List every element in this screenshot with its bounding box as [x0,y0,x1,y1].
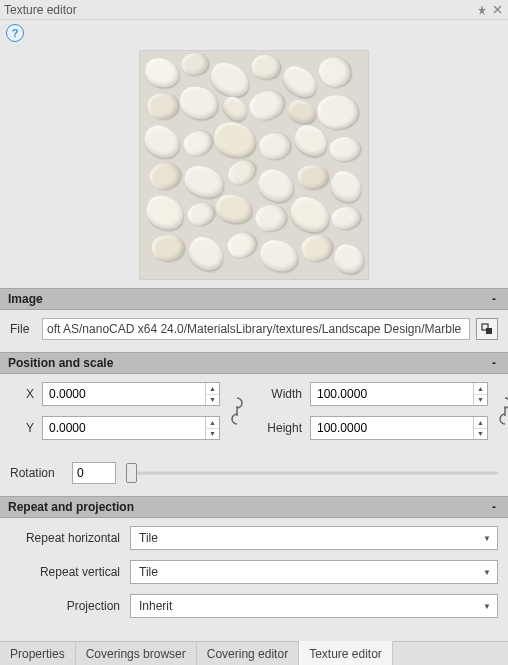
width-input[interactable]: ▲▼ [310,382,488,406]
section-header-repeat[interactable]: Repeat and projection - [0,496,508,518]
select-value: Tile [139,531,158,545]
section-title: Image [8,292,43,306]
slider-track [126,472,498,475]
help-row: ? [0,20,508,46]
file-path-input[interactable] [42,318,470,340]
chevron-down-icon: ▼ [483,568,491,577]
slider-thumb[interactable] [126,463,137,483]
x-label: X [10,387,34,401]
section-title: Position and scale [8,356,113,370]
spin-down-icon[interactable]: ▼ [474,395,487,406]
height-field[interactable] [311,417,473,439]
repeat-v-select[interactable]: Tile ▼ [130,560,498,584]
y-field[interactable] [43,417,205,439]
spin-up-icon[interactable]: ▲ [206,417,219,429]
texture-preview-container [0,46,508,288]
spin-up-icon[interactable]: ▲ [474,417,487,429]
spin-up-icon[interactable]: ▲ [206,383,219,395]
chevron-down-icon: ▼ [483,534,491,543]
projection-select[interactable]: Inherit ▼ [130,594,498,618]
link-wh-icon[interactable] [496,396,508,426]
titlebar: Texture editor [0,0,508,20]
tabbar: Properties Coverings browser Covering ed… [0,641,508,665]
width-field[interactable] [311,383,473,405]
link-xy-icon[interactable] [228,396,246,426]
select-value: Inherit [139,599,172,613]
svg-rect-1 [486,328,492,334]
collapse-icon[interactable]: - [488,356,500,370]
tab-texture-editor[interactable]: Texture editor [299,641,393,665]
x-field[interactable] [43,383,205,405]
rotation-input[interactable] [72,462,116,484]
section-body-position: X ▲▼ Width ▲▼ Y ▲▼ Height ▲▼ Rotation [0,374,508,496]
texture-preview [139,50,369,280]
width-label: Width [254,387,302,401]
rotation-slider[interactable] [126,463,498,483]
collapse-icon[interactable]: - [488,500,500,514]
section-title: Repeat and projection [8,500,134,514]
x-input[interactable]: ▲▼ [42,382,220,406]
select-value: Tile [139,565,158,579]
file-label: File [10,322,36,336]
spin-down-icon[interactable]: ▼ [206,429,219,440]
window-title: Texture editor [4,3,77,17]
rotation-label: Rotation [10,466,62,480]
repeat-h-select[interactable]: Tile ▼ [130,526,498,550]
repeat-v-label: Repeat vertical [10,565,130,579]
pin-icon[interactable] [477,5,487,15]
spin-down-icon[interactable]: ▼ [206,395,219,406]
spin-up-icon[interactable]: ▲ [474,383,487,395]
projection-label: Projection [10,599,130,613]
section-header-image[interactable]: Image - [0,288,508,310]
tab-properties[interactable]: Properties [0,642,76,665]
collapse-icon[interactable]: - [488,292,500,306]
height-label: Height [254,421,302,435]
spin-down-icon[interactable]: ▼ [474,429,487,440]
height-input[interactable]: ▲▼ [310,416,488,440]
section-header-position[interactable]: Position and scale - [0,352,508,374]
window-controls [477,5,502,15]
close-icon[interactable] [493,5,502,15]
help-button[interactable]: ? [6,24,24,42]
tab-coverings-browser[interactable]: Coverings browser [76,642,197,665]
browse-file-button[interactable] [476,318,498,340]
repeat-h-label: Repeat horizontal [10,531,130,545]
y-input[interactable]: ▲▼ [42,416,220,440]
y-label: Y [10,421,34,435]
chevron-down-icon: ▼ [483,602,491,611]
section-body-repeat: Repeat horizontal Tile ▼ Repeat vertical… [0,518,508,630]
section-body-image: File [0,310,508,352]
tab-covering-editor[interactable]: Covering editor [197,642,299,665]
